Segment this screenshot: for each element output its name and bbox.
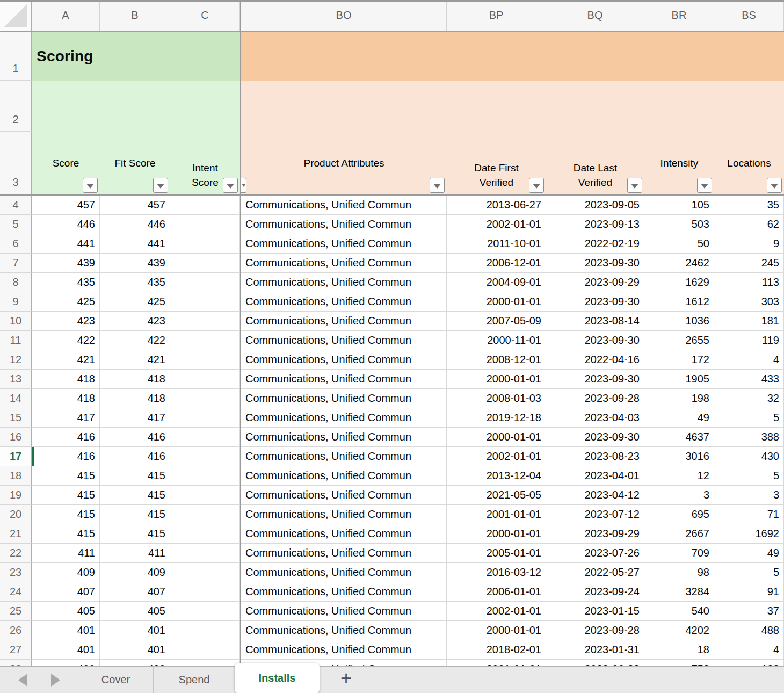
cell-date-last-verified[interactable]: 2023-09-29 xyxy=(546,524,644,544)
cell-product-attributes[interactable]: Communications, Unified Commun xyxy=(241,312,447,331)
date-first-verified-filter-button[interactable] xyxy=(529,178,544,193)
product-attributes-filter-button[interactable] xyxy=(430,178,445,193)
cell-score[interactable]: 415 xyxy=(32,524,100,544)
cell-product-attributes[interactable]: Communications, Unified Commun xyxy=(241,505,447,524)
cell-intensity[interactable]: 503 xyxy=(644,215,714,234)
cell-date-first-verified[interactable]: 2018-02-01 xyxy=(447,640,546,660)
cell-locations[interactable]: 5 xyxy=(714,466,784,486)
cell-date-last-verified[interactable]: 2023-01-31 xyxy=(546,640,644,660)
cell-date-first-verified[interactable]: 2013-12-04 xyxy=(447,466,546,486)
cell-intent-score[interactable] xyxy=(170,582,240,602)
cell-score[interactable]: 435 xyxy=(32,273,100,292)
column-header-C[interactable]: C xyxy=(170,0,240,31)
cell-intent-score[interactable] xyxy=(170,408,240,428)
row-header[interactable]: 12 xyxy=(0,350,32,370)
cell-intent-score[interactable] xyxy=(170,215,240,234)
cell-score[interactable]: 401 xyxy=(32,640,100,660)
cell-product-attributes[interactable]: Communications, Unified Commun xyxy=(241,602,447,621)
row-header[interactable]: 19 xyxy=(0,486,32,505)
row-header[interactable]: 21 xyxy=(0,524,32,544)
header-cell-product-attributes[interactable]: Product Attributes xyxy=(241,132,447,194)
cell-date-first-verified[interactable]: 2002-01-01 xyxy=(447,215,546,234)
cell-date-last-verified[interactable]: 2023-09-13 xyxy=(546,215,644,234)
cell-date-first-verified[interactable]: 2000-01-01 xyxy=(447,621,546,640)
cell-date-first-verified[interactable]: 2008-01-03 xyxy=(447,389,546,408)
cell-date-last-verified[interactable]: 2023-09-28 xyxy=(546,389,644,408)
intent-score-filter-button[interactable] xyxy=(223,178,238,193)
header-cell-intensity[interactable]: Intensity xyxy=(644,132,714,194)
cell-score[interactable]: 423 xyxy=(32,312,100,331)
row-header-3[interactable]: 3 xyxy=(0,132,32,194)
cell-product-attributes[interactable]: Communications, Unified Commun xyxy=(241,273,447,292)
row-header[interactable]: 8 xyxy=(0,273,32,292)
cell-fit-score[interactable]: 407 xyxy=(100,582,170,602)
cell-intensity[interactable]: 2655 xyxy=(644,331,714,350)
cell-score[interactable]: 411 xyxy=(32,544,100,563)
cell-date-last-verified[interactable]: 2022-04-16 xyxy=(546,350,644,370)
cell-locations[interactable]: 37 xyxy=(714,602,784,621)
cell-fit-score[interactable]: 401 xyxy=(100,621,170,640)
cell-fit-score[interactable]: 401 xyxy=(100,640,170,660)
cell-intensity[interactable]: 18 xyxy=(644,640,714,660)
cell-date-last-verified[interactable]: 2023-07-26 xyxy=(546,544,644,563)
cell-locations[interactable]: 62 xyxy=(714,215,784,234)
row-header[interactable]: 20 xyxy=(0,505,32,524)
cell-score[interactable]: 422 xyxy=(32,331,100,350)
cell-product-attributes[interactable]: Communications, Unified Commun xyxy=(241,370,447,389)
cell-date-first-verified[interactable]: 2006-01-01 xyxy=(447,582,546,602)
cell-fit-score[interactable]: 421 xyxy=(100,350,170,370)
row-header[interactable]: 5 xyxy=(0,215,32,234)
cell-intensity[interactable]: 3284 xyxy=(644,582,714,602)
cell-locations[interactable]: 9 xyxy=(714,234,784,254)
cell-product-attributes[interactable]: Communications, Unified Commun xyxy=(241,331,447,350)
cell-date-last-verified[interactable]: 2023-04-01 xyxy=(546,466,644,486)
cell-date-first-verified[interactable]: 2001-01-01 xyxy=(447,505,546,524)
cell-date-first-verified[interactable]: 2002-01-01 xyxy=(447,602,546,621)
cell-date-first-verified[interactable]: 2000-01-01 xyxy=(447,292,546,312)
column-header-BO[interactable]: BO xyxy=(241,0,447,31)
add-sheet-button[interactable]: + xyxy=(320,667,373,693)
cell-date-last-verified[interactable]: 2023-09-29 xyxy=(546,273,644,292)
cell-date-last-verified[interactable]: 2023-09-24 xyxy=(546,582,644,602)
cell-score[interactable]: 405 xyxy=(32,602,100,621)
row-header[interactable]: 18 xyxy=(0,466,32,486)
cell-date-last-verified[interactable]: 2023-09-28 xyxy=(546,621,644,640)
cell-fit-score[interactable]: 409 xyxy=(100,563,170,582)
green-spacer-cell[interactable] xyxy=(32,81,240,132)
cell-intensity[interactable]: 4202 xyxy=(644,621,714,640)
cell-product-attributes[interactable]: Communications, Unified Commun xyxy=(241,621,447,640)
row-header[interactable]: 28 xyxy=(0,660,32,666)
cell-intent-score[interactable] xyxy=(170,428,240,447)
cell-intensity[interactable]: 3016 xyxy=(644,447,714,466)
score-filter-button[interactable] xyxy=(83,178,98,193)
cell-locations[interactable]: 5 xyxy=(714,408,784,428)
cell-locations[interactable]: 91 xyxy=(714,582,784,602)
cell-score[interactable]: 418 xyxy=(32,370,100,389)
row-header[interactable]: 17 xyxy=(0,447,32,466)
cell-product-attributes[interactable]: Communications, Unified Commun xyxy=(241,447,447,466)
cell-intensity[interactable]: 1629 xyxy=(644,273,714,292)
cell-fit-score[interactable]: 415 xyxy=(100,486,170,505)
row-header[interactable]: 22 xyxy=(0,544,32,563)
cell-fit-score[interactable]: 405 xyxy=(100,602,170,621)
cell-locations[interactable]: 5 xyxy=(714,563,784,582)
cell-locations[interactable]: 181 xyxy=(714,312,784,331)
cell-locations[interactable]: 430 xyxy=(714,447,784,466)
cell-intent-score[interactable] xyxy=(170,254,240,273)
date-last-verified-filter-button[interactable] xyxy=(627,178,642,193)
cell-date-last-verified[interactable]: 2023-09-05 xyxy=(546,196,644,215)
cell-intensity[interactable]: 2462 xyxy=(644,254,714,273)
cell-date-last-verified[interactable]: 2023-09-30 xyxy=(546,331,644,350)
cell-locations[interactable]: 132 xyxy=(714,660,784,666)
cell-intensity[interactable]: 172 xyxy=(644,350,714,370)
cell-fit-score[interactable]: 418 xyxy=(100,389,170,408)
cell-locations[interactable]: 4 xyxy=(714,640,784,660)
cell-intensity[interactable]: 4637 xyxy=(644,428,714,447)
cell-date-first-verified[interactable]: 2016-03-12 xyxy=(447,563,546,582)
cell-score[interactable]: 446 xyxy=(32,215,100,234)
cell-fit-score[interactable]: 425 xyxy=(100,292,170,312)
cell-intent-score[interactable] xyxy=(170,486,240,505)
cell-locations[interactable]: 35 xyxy=(714,196,784,215)
cell-fit-score[interactable]: 441 xyxy=(100,234,170,254)
select-all-corner[interactable] xyxy=(0,0,32,31)
